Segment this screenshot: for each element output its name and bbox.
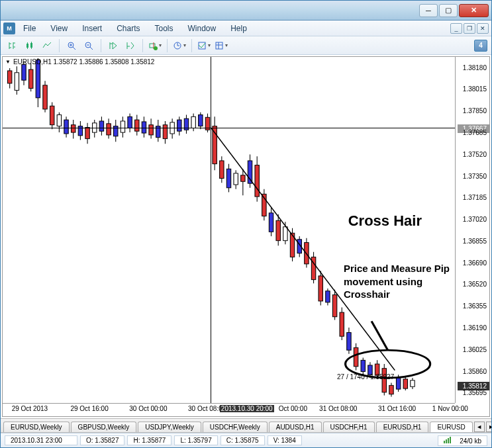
price-tick: 1.38015 — [463, 85, 487, 93]
price-tick: 1.37350 — [463, 172, 487, 179]
price-tick: 1.36190 — [463, 324, 487, 331]
price-tick: 1.35860 — [463, 367, 487, 375]
chart-shift-button[interactable] — [123, 38, 138, 53]
svg-rect-58 — [135, 120, 139, 131]
svg-rect-114 — [332, 294, 336, 316]
annotation-title: Cross Hair — [348, 212, 422, 230]
svg-rect-34 — [50, 106, 54, 125]
status-connection[interactable]: 24/0 kb — [438, 435, 487, 446]
svg-rect-120 — [354, 347, 358, 367]
chart-tab[interactable]: EURUSD,H1 — [376, 422, 429, 432]
svg-rect-86 — [234, 173, 238, 185]
svg-rect-130 — [389, 385, 393, 394]
price-tick: 1.37685 — [463, 129, 487, 136]
svg-rect-116 — [340, 312, 344, 336]
tab-scroll-right[interactable]: ► — [486, 422, 491, 432]
candle-chart-button[interactable] — [22, 38, 38, 53]
time-tick: Oct 00:00 — [279, 405, 307, 412]
menu-help[interactable]: Help — [224, 22, 254, 35]
svg-rect-70 — [177, 120, 181, 131]
templates-button[interactable] — [196, 38, 212, 53]
svg-rect-92 — [255, 165, 259, 197]
chart-tab[interactable]: EURUSD — [430, 422, 472, 433]
close-button[interactable]: ✕ — [459, 4, 489, 17]
price-tick: 1.36690 — [463, 259, 487, 266]
app-icon: M — [3, 22, 15, 34]
indicators-button[interactable] — [147, 38, 163, 53]
svg-rect-22 — [7, 71, 11, 83]
svg-rect-88 — [241, 175, 245, 182]
tab-scroll-left[interactable]: ◄ — [474, 422, 485, 432]
chart-window[interactable]: EURUSD,H1 1.35872 1.35886 1.35808 1.3581… — [2, 56, 490, 417]
svg-rect-84 — [226, 169, 230, 188]
chart-tab[interactable]: USDJPY,Weekly — [138, 422, 201, 432]
status-low: L: 1.35797 — [174, 435, 217, 445]
time-tick: 29 Oct 2013 — [12, 405, 48, 412]
status-volume: V: 1384 — [268, 435, 302, 445]
svg-rect-132 — [396, 378, 400, 389]
plot-area[interactable]: Cross Hair Price and Measure Pip movemen… — [3, 57, 455, 403]
status-close: C: 1.35875 — [221, 435, 265, 445]
titlebar: ─ ▢ ✕ — [1, 1, 491, 21]
svg-line-5 — [73, 47, 75, 50]
minimize-button[interactable]: ─ — [419, 4, 438, 17]
menu-tools[interactable]: Tools — [148, 22, 180, 35]
menu-insert[interactable]: Insert — [75, 22, 109, 35]
svg-rect-30 — [36, 60, 40, 98]
svg-rect-62 — [149, 125, 153, 135]
price-tick: 1.35695 — [463, 389, 487, 396]
svg-point-13 — [154, 46, 158, 50]
svg-rect-44 — [85, 128, 89, 139]
maximize-button[interactable]: ▢ — [439, 4, 458, 17]
svg-rect-18 — [216, 42, 222, 49]
chart-tab[interactable]: USDCHF,Weekly — [203, 422, 268, 432]
chart-tab[interactable]: EURUSD,Weekly — [3, 422, 70, 432]
svg-rect-26 — [22, 64, 26, 80]
menu-file[interactable]: File — [17, 22, 42, 35]
mdi-close-button[interactable]: ✕ — [477, 23, 489, 34]
svg-rect-32 — [43, 85, 47, 109]
svg-rect-136 — [411, 381, 415, 387]
svg-rect-40 — [72, 125, 75, 132]
bar-chart-button[interactable] — [5, 38, 21, 53]
app-window: ─ ▢ ✕ M File View Insert Charts Tools Wi… — [0, 0, 492, 448]
svg-line-9 — [90, 47, 93, 50]
line-chart-button[interactable] — [39, 38, 55, 53]
price-tick: 1.37850 — [463, 107, 487, 114]
annotation-text: Price and Measure Pip movement using Cro… — [344, 262, 450, 301]
svg-rect-100 — [283, 227, 287, 241]
chart-tab[interactable]: GBPUSD,Weekly — [71, 422, 137, 432]
menu-view[interactable]: View — [44, 22, 74, 35]
svg-rect-48 — [99, 121, 103, 131]
svg-rect-76 — [199, 114, 203, 126]
candlestick-plot — [3, 57, 455, 403]
time-tick: 31 Oct 08:00 — [319, 405, 357, 412]
price-axis: 1.37667 1.35812 1.381801.380151.378501.3… — [455, 57, 489, 403]
menu-window[interactable]: Window — [181, 22, 223, 35]
svg-line-139 — [371, 321, 388, 350]
svg-rect-50 — [107, 124, 111, 135]
zoom-out-button[interactable] — [81, 38, 97, 53]
mdi-minimize-button[interactable]: _ — [450, 23, 462, 34]
zoom-in-button[interactable] — [64, 38, 79, 53]
chart-title: EURUSD,H1 1.35872 1.35886 1.35808 1.3581… — [5, 58, 154, 66]
period-badge[interactable]: 4 — [474, 40, 487, 52]
mdi-restore-button[interactable]: ❐ — [464, 23, 475, 34]
chart-tab[interactable]: USDCHF,H1 — [323, 422, 375, 432]
statusbar: 2013.10.31 23:00 O: 1.35827 H: 1.35877 L… — [1, 433, 491, 447]
time-tick: 31 Oct 16:00 — [378, 405, 416, 412]
svg-rect-98 — [276, 220, 280, 240]
profile-button[interactable] — [213, 38, 229, 53]
periodicity-button[interactable] — [172, 38, 187, 53]
svg-rect-134 — [403, 379, 407, 388]
svg-rect-110 — [319, 276, 322, 301]
autoscroll-button[interactable] — [105, 38, 121, 53]
svg-rect-56 — [128, 116, 132, 128]
chart-tab[interactable]: AUDUSD,H1 — [269, 422, 322, 432]
status-open: O: 1.35827 — [80, 435, 124, 445]
svg-rect-38 — [64, 120, 68, 134]
price-tick: 1.36520 — [463, 281, 487, 288]
chart-tabs: EURUSD,WeeklyGBPUSD,WeeklyUSDJPY,WeeklyU… — [1, 418, 491, 433]
menu-charts[interactable]: Charts — [110, 22, 146, 35]
time-tick: 1 Nov 00:00 — [432, 405, 468, 412]
